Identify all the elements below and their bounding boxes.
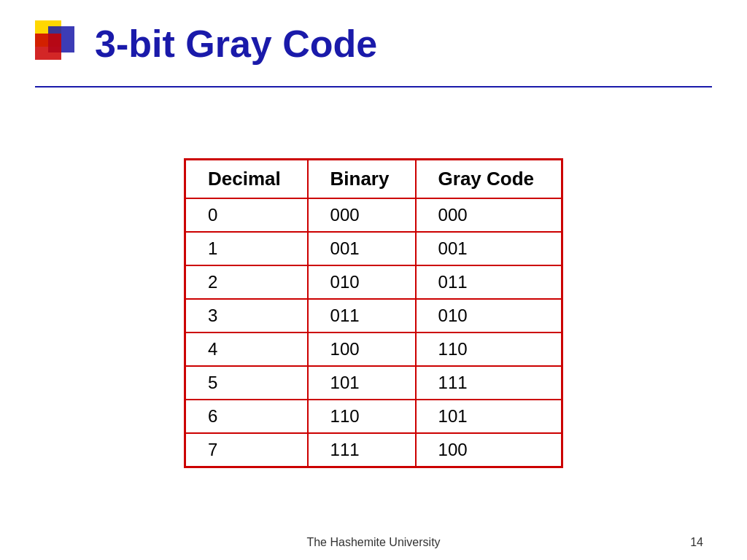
logo-red-block — [35, 34, 61, 60]
cell-decimal: 0 — [185, 198, 308, 232]
cell-decimal: 1 — [185, 232, 308, 265]
table-row: 7111100 — [185, 433, 562, 467]
cell-gray-code: 001 — [416, 232, 562, 265]
cell-binary: 010 — [308, 265, 416, 299]
cell-gray-code: 110 — [416, 332, 562, 366]
main-content: Decimal Binary Gray Code 000000010010012… — [0, 102, 747, 524]
cell-gray-code: 011 — [416, 265, 562, 299]
table-row: 4100110 — [185, 332, 562, 366]
table-header-row: Decimal Binary Gray Code — [185, 159, 562, 198]
cell-decimal: 3 — [185, 299, 308, 332]
cell-decimal: 5 — [185, 366, 308, 400]
header-binary: Binary — [308, 159, 416, 198]
cell-binary: 000 — [308, 198, 416, 232]
page-title: 3-bit Gray Code — [95, 22, 377, 66]
footer: The Hashemite University — [0, 536, 747, 549]
cell-binary: 110 — [308, 400, 416, 433]
cell-decimal: 7 — [185, 433, 308, 467]
cell-gray-code: 111 — [416, 366, 562, 400]
gray-code-table: Decimal Binary Gray Code 000000010010012… — [184, 158, 563, 468]
cell-gray-code: 101 — [416, 400, 562, 433]
table-row: 0000000 — [185, 198, 562, 232]
table-row: 3011010 — [185, 299, 562, 332]
cell-decimal: 6 — [185, 400, 308, 433]
footer-university: The Hashemite University — [306, 536, 440, 549]
cell-binary: 011 — [308, 299, 416, 332]
table-row: 1001001 — [185, 232, 562, 265]
cell-gray-code: 100 — [416, 433, 562, 467]
footer-page-number: 14 — [690, 536, 703, 549]
cell-decimal: 2 — [185, 265, 308, 299]
cell-binary: 101 — [308, 366, 416, 400]
cell-binary: 111 — [308, 433, 416, 467]
table-row: 2010011 — [185, 265, 562, 299]
cell-gray-code: 000 — [416, 198, 562, 232]
title-divider — [35, 86, 712, 88]
cell-gray-code: 010 — [416, 299, 562, 332]
table-row: 6110101 — [185, 400, 562, 433]
cell-decimal: 4 — [185, 332, 308, 366]
cell-binary: 001 — [308, 232, 416, 265]
cell-binary: 100 — [308, 332, 416, 366]
table-row: 5101111 — [185, 366, 562, 400]
header-gray-code: Gray Code — [416, 159, 562, 198]
logo-decoration — [35, 20, 88, 73]
header-decimal: Decimal — [185, 159, 308, 198]
